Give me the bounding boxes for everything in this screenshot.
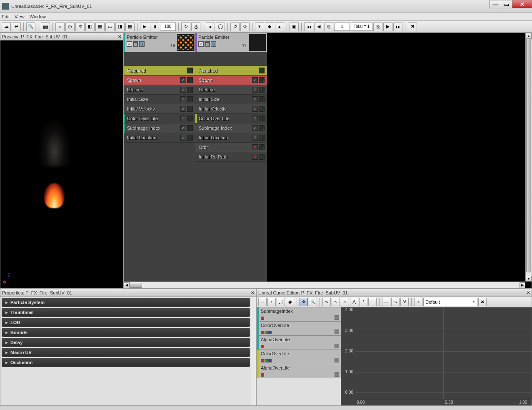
cube-wire-icon[interactable]: ▦ bbox=[95, 22, 105, 31]
pan-mode-icon[interactable]: ✥ bbox=[300, 298, 308, 306]
detail-high-icon[interactable]: ▴ bbox=[275, 22, 284, 31]
tangent-constant-icon[interactable]: ⎍ bbox=[368, 298, 377, 306]
module-row[interactable]: Initial Location bbox=[124, 133, 195, 143]
module-row[interactable]: Orbit bbox=[195, 143, 267, 152]
module-enabled-checkbox[interactable] bbox=[180, 125, 186, 131]
tangent-user-icon[interactable]: ∿ bbox=[341, 298, 349, 306]
undo-icon[interactable]: ↩ bbox=[12, 22, 21, 31]
module-enabled-checkbox[interactable] bbox=[252, 96, 258, 102]
module-enabled-checkbox[interactable] bbox=[180, 116, 186, 121]
realtime-icon[interactable]: 🕹 bbox=[191, 22, 200, 31]
module-row[interactable]: Initial Size bbox=[195, 95, 267, 104]
emitter-vscrollbar[interactable]: ▲ ▼ bbox=[525, 33, 532, 282]
curve-track-item[interactable]: AlphaOverLife bbox=[257, 336, 341, 350]
emitter-solo-button[interactable]: S bbox=[139, 41, 145, 47]
module-graph-icon[interactable] bbox=[259, 135, 265, 141]
sphere-wire-icon[interactable]: ◯ bbox=[216, 22, 225, 31]
emitter-solo-button[interactable]: S bbox=[211, 41, 216, 47]
curve-track-item[interactable]: ColorOverLife bbox=[257, 350, 341, 364]
curve-color-swatch[interactable] bbox=[261, 331, 264, 334]
module-graph-icon[interactable] bbox=[259, 77, 265, 83]
module-graph-icon[interactable] bbox=[187, 125, 193, 131]
orbit-icon[interactable]: ○ bbox=[55, 22, 65, 31]
property-group[interactable]: Macro UV bbox=[2, 348, 250, 357]
module-graph-icon[interactable] bbox=[187, 77, 193, 83]
straighten-tangents-icon[interactable]: ↘ bbox=[391, 298, 400, 306]
curve-visibility-toggle[interactable] bbox=[335, 344, 339, 348]
emitter-enabled-checkbox[interactable]: ✓ bbox=[198, 41, 204, 47]
module-enabled-checkbox[interactable] bbox=[180, 87, 186, 93]
properties-close-icon[interactable]: × bbox=[251, 289, 254, 296]
curve-visibility-toggle[interactable] bbox=[335, 358, 339, 362]
detail-med-icon[interactable]: ◆ bbox=[265, 22, 274, 31]
menu-window[interactable]: Window bbox=[30, 14, 46, 19]
save-icon[interactable]: ☁ bbox=[2, 22, 11, 31]
module-enabled-checkbox[interactable] bbox=[252, 135, 258, 141]
search-icon[interactable]: 🔍 bbox=[26, 22, 35, 31]
module-row[interactable]: SubImage Index bbox=[195, 123, 267, 133]
lod-add-after-icon[interactable]: ⎘ bbox=[373, 22, 382, 31]
axes-icon[interactable]: ✲ bbox=[75, 22, 85, 31]
curve-track-item[interactable]: AlphaOverLife bbox=[257, 364, 341, 378]
module-graph-icon[interactable] bbox=[187, 87, 193, 93]
preview-close-icon[interactable]: × bbox=[118, 33, 121, 40]
curve-color-swatch[interactable] bbox=[261, 373, 264, 377]
module-row[interactable]: Initial RotRate bbox=[195, 152, 267, 162]
tangent-linear-icon[interactable]: / bbox=[359, 298, 367, 306]
property-group[interactable]: Delay bbox=[2, 338, 250, 347]
time-icon[interactable]: ◷ bbox=[65, 22, 75, 31]
grid-icon[interactable]: ▦ bbox=[125, 22, 135, 31]
module-graph-icon[interactable] bbox=[259, 144, 265, 150]
fit-h-icon[interactable]: ↔ bbox=[258, 298, 267, 306]
module-row[interactable]: Lifetime bbox=[124, 85, 195, 95]
lod-delete-icon[interactable]: ✖ bbox=[408, 22, 417, 31]
curve-track-item[interactable]: ColorOverLife bbox=[257, 322, 341, 336]
lod-current-input[interactable] bbox=[334, 23, 350, 31]
postprocess-icon[interactable]: ◨ bbox=[115, 22, 125, 31]
tangent-auto-icon[interactable]: ∿ bbox=[322, 298, 331, 306]
module-graph-icon[interactable] bbox=[259, 116, 265, 121]
curve-color-swatch[interactable] bbox=[261, 359, 264, 362]
curve-close-icon[interactable]: × bbox=[527, 289, 530, 296]
module-graph-icon[interactable] bbox=[259, 87, 265, 93]
module-enabled-checkbox[interactable] bbox=[180, 106, 186, 112]
properties-scrollbar[interactable] bbox=[251, 297, 256, 405]
minimize-button[interactable]: — bbox=[490, 0, 501, 8]
property-group[interactable]: Bounds bbox=[2, 328, 250, 337]
module-graph-icon[interactable] bbox=[259, 154, 265, 160]
property-group[interactable]: Particle System bbox=[2, 298, 250, 307]
property-group[interactable]: Occlusion bbox=[2, 358, 250, 367]
curve-visibility-toggle[interactable] bbox=[335, 330, 339, 334]
sphere-rgb-icon[interactable]: ● bbox=[206, 22, 215, 31]
regen-all-icon[interactable]: ⟳ bbox=[240, 22, 250, 31]
curve-color-swatch[interactable] bbox=[268, 331, 272, 334]
module-graph-icon[interactable] bbox=[259, 68, 265, 73]
bounds-icon[interactable]: ▭ bbox=[105, 22, 115, 31]
curve-visibility-toggle[interactable] bbox=[335, 315, 339, 320]
property-group[interactable]: LOD bbox=[2, 318, 250, 327]
module-row[interactable]: Initial Location bbox=[195, 133, 267, 143]
play-icon[interactable]: ▶ bbox=[140, 22, 149, 31]
emitter-header[interactable]: Particle Emitter✓▦S19 bbox=[124, 33, 195, 52]
preview-panel[interactable]: Preview: P_FX_Fire_SubUV_01 × Z ✲ — bbox=[0, 33, 123, 289]
module-enabled-checkbox[interactable] bbox=[252, 87, 258, 93]
loop-icon[interactable]: ↻ bbox=[181, 22, 190, 31]
module-row[interactable]: SubImage Index bbox=[124, 123, 195, 133]
curve-visibility-toggle[interactable] bbox=[335, 372, 339, 377]
fit-selected-icon[interactable]: ◉ bbox=[286, 298, 294, 306]
emitter-hscrollbar[interactable]: ◀ ▶ bbox=[124, 282, 525, 288]
lod-add-before-icon[interactable]: ⎘ bbox=[324, 22, 333, 31]
module-graph-icon[interactable] bbox=[259, 125, 265, 131]
tangent-break-icon[interactable]: ⋀ bbox=[350, 298, 358, 306]
module-graph-icon[interactable] bbox=[187, 106, 193, 112]
module-enabled-checkbox[interactable] bbox=[252, 125, 258, 131]
module-enabled-checkbox[interactable] bbox=[252, 116, 258, 121]
module-row[interactable]: Lifetime bbox=[195, 85, 267, 95]
cube-shaded-icon[interactable]: ◧ bbox=[85, 22, 95, 31]
curve-color-swatch[interactable] bbox=[268, 359, 272, 362]
emitter-header[interactable]: Particle Emitter✓▦S11 bbox=[195, 33, 267, 52]
close-button[interactable]: ✕ bbox=[512, 0, 532, 8]
module-graph-icon[interactable] bbox=[259, 106, 265, 112]
module-enabled-checkbox[interactable] bbox=[180, 96, 186, 102]
create-tab-icon[interactable]: ＋ bbox=[414, 298, 422, 306]
